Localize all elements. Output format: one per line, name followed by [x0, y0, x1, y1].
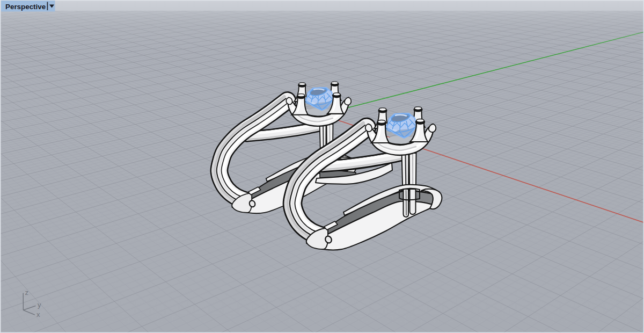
svg-text:x: x — [36, 310, 40, 318]
svg-text:Perspective: Perspective — [5, 3, 46, 11]
svg-text:y: y — [38, 301, 41, 309]
svg-text:z: z — [25, 288, 29, 296]
